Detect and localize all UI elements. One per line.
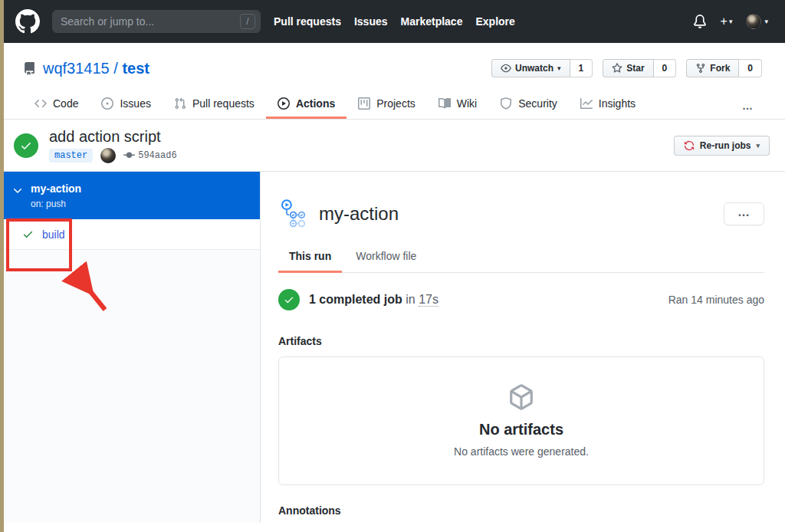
caret-down-icon: ▾ (756, 142, 760, 149)
window-edge-strip (0, 0, 4, 532)
pull-request-icon (174, 97, 186, 110)
in-text: in (406, 293, 415, 306)
star-label: Star (626, 63, 644, 74)
job-summary-row: 1 completed job in 17s Ran 14 minutes ag… (278, 273, 764, 324)
sidebar-job-build[interactable]: build (0, 219, 260, 250)
project-icon (358, 97, 370, 110)
tab-label: Code (53, 97, 78, 110)
run-status-success-icon (14, 133, 38, 158)
sidebar-workflow-item[interactable]: my-action on: push (0, 172, 260, 219)
repo-icon (23, 62, 36, 75)
jobs-sidebar: my-action on: push build (0, 172, 261, 523)
star-count[interactable]: 0 (654, 59, 677, 77)
create-new-menu[interactable]: + ▾ (721, 15, 733, 28)
nav-link-pull-requests[interactable]: Pull requests (274, 15, 341, 28)
repo-social-actions: Unwatch ▾ 1 Star 0 Fork 0 (491, 59, 762, 77)
job-name: build (42, 228, 65, 241)
fork-icon (695, 63, 706, 74)
workflow-graph-icon (278, 199, 309, 229)
github-logo-icon[interactable] (15, 9, 40, 34)
tab-label: Security (518, 97, 557, 110)
branch-badge[interactable]: master (49, 149, 93, 163)
play-circle-icon (278, 97, 290, 110)
no-artifacts-message: No artifacts were generated. (454, 445, 589, 458)
completed-jobs-text: 1 completed job (309, 293, 402, 306)
tab-label: Pull requests (192, 97, 255, 110)
nav-link-marketplace[interactable]: Marketplace (401, 15, 463, 28)
nav-link-explore[interactable]: Explore (475, 15, 514, 28)
tab-code[interactable]: Code (23, 89, 90, 119)
shield-icon (500, 97, 512, 110)
issue-opened-icon (101, 97, 113, 110)
watch-button-group: Unwatch ▾ 1 (491, 59, 593, 77)
tab-label: Actions (296, 97, 335, 110)
tab-issues[interactable]: Issues (90, 89, 162, 119)
duration-link[interactable]: 17s (419, 293, 438, 307)
tab-actions[interactable]: Actions (266, 89, 347, 119)
caret-down-icon: ▾ (764, 18, 768, 25)
rerun-jobs-label: Re-run jobs (700, 140, 751, 151)
fork-count[interactable]: 0 (739, 59, 762, 77)
caret-down-icon: ▾ (729, 18, 733, 25)
search-box: / (52, 10, 261, 33)
summary-success-icon (278, 289, 300, 310)
navbar-right: + ▾ ▾ (693, 14, 768, 29)
rerun-jobs-button[interactable]: Re-run jobs ▾ (674, 136, 770, 156)
tab-insights[interactable]: Insights (569, 89, 647, 119)
check-icon (20, 140, 32, 152)
slash-key-hint: / (240, 14, 255, 29)
plus-icon: + (721, 15, 728, 28)
unwatch-button[interactable]: Unwatch ▾ (491, 59, 570, 77)
package-icon (508, 384, 534, 410)
tab-label: Projects (376, 97, 415, 110)
check-icon (284, 294, 294, 305)
code-icon (34, 97, 47, 110)
workflow-title: my-action (319, 203, 399, 225)
top-navbar: / Pull requests Issues Marketplace Explo… (0, 0, 785, 43)
star-button[interactable]: Star (603, 59, 653, 77)
user-menu[interactable]: ▾ (746, 14, 768, 29)
committer-avatar[interactable] (100, 148, 116, 163)
tabs-overflow-button[interactable]: … (734, 91, 762, 119)
tab-this-run[interactable]: This run (278, 250, 342, 273)
notifications-bell-icon[interactable] (693, 15, 707, 28)
workflow-run-header: add action script master 594aad6 Re-run … (0, 120, 785, 172)
star-button-group: Star 0 (603, 59, 676, 77)
chevron-down-icon (11, 184, 24, 196)
workflow-name: my-action (31, 182, 81, 195)
git-commit-icon (123, 149, 135, 161)
tab-projects[interactable]: Projects (347, 89, 427, 119)
repo-name-link[interactable]: test (122, 60, 149, 77)
repo-owner-link[interactable]: wqf31415 (43, 60, 110, 77)
ran-ago-text: Ran 14 minutes ago (668, 294, 764, 306)
tab-label: Wiki (457, 97, 477, 110)
search-input[interactable] (52, 10, 261, 33)
star-icon (612, 63, 622, 74)
fork-label: Fork (710, 63, 730, 74)
tab-pull-requests[interactable]: Pull requests (163, 89, 266, 119)
tab-wiki[interactable]: Wiki (427, 89, 488, 119)
tab-label: Issues (120, 97, 150, 110)
annotations-heading: Annotations (278, 504, 764, 517)
fork-button-group: Fork 0 (686, 59, 762, 77)
workflow-trigger: on: push (31, 199, 81, 209)
unwatch-label: Unwatch (515, 63, 553, 74)
user-avatar (746, 14, 761, 29)
book-icon (438, 97, 451, 110)
fork-button[interactable]: Fork (686, 59, 739, 77)
watch-count[interactable]: 1 (570, 59, 593, 77)
commit-sha-link[interactable]: 594aad6 (138, 150, 176, 161)
artifacts-empty-box: No artifacts No artifacts were generated… (278, 356, 764, 485)
graph-icon (580, 97, 593, 110)
caret-down-icon: ▾ (557, 64, 561, 72)
run-options-kebab-button[interactable]: … (724, 202, 764, 225)
tab-workflow-file[interactable]: Workflow file (345, 250, 427, 273)
repo-pagehead: wqf31415 / test Unwatch ▾ 1 Star 0 (0, 43, 785, 120)
nav-link-issues[interactable]: Issues (354, 15, 388, 28)
no-artifacts-title: No artifacts (479, 421, 563, 438)
eye-icon (501, 63, 511, 74)
tab-security[interactable]: Security (488, 89, 569, 119)
repo-tab-bar: Code Issues Pull requests Actions Projec… (0, 89, 785, 119)
sync-icon (684, 140, 695, 151)
artifacts-heading: Artifacts (278, 335, 764, 347)
